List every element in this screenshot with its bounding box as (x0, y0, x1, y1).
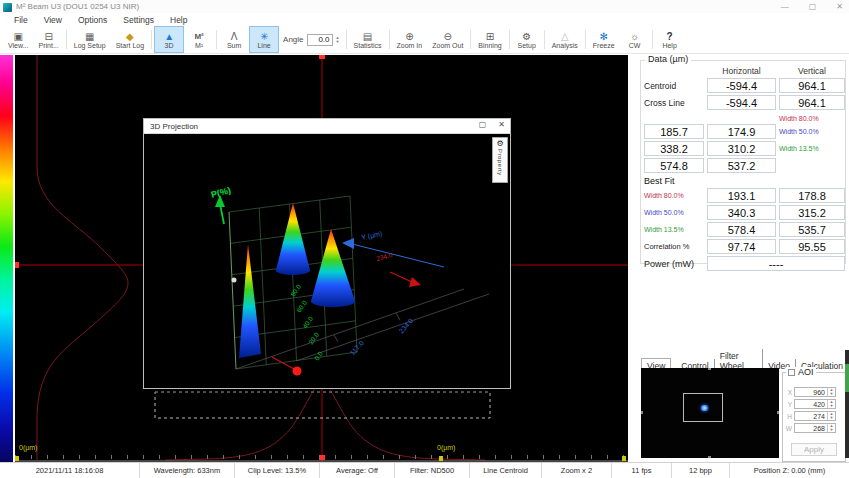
statistics-icon: ▤ (363, 31, 372, 42)
x-axis-red-tick: 234.0 (375, 251, 393, 262)
camera-preview[interactable] (641, 368, 779, 458)
status-datetime: 2021/11/11 18:16:08 (0, 463, 140, 478)
aoi-checkbox[interactable] (788, 369, 795, 376)
freeze-button[interactable]: ✻ Freeze (588, 26, 620, 53)
line-button[interactable]: ✳ Line (249, 26, 279, 53)
start-log-icon: ◆ (126, 31, 134, 42)
width-80-vertical-value: 174.9 (707, 124, 776, 139)
wall-projection-peak (239, 244, 261, 358)
origin-label-left: 0(µm) (19, 444, 37, 451)
log-setup-button[interactable]: ▦ Log Setup (69, 26, 111, 53)
angle-label: Angle (283, 35, 303, 44)
menu-view[interactable]: View (36, 15, 70, 25)
view-button[interactable]: ▣ View... (3, 26, 34, 53)
right-scrollbar[interactable] (845, 350, 849, 458)
status-wavelength: Wavelength: 633nm (140, 463, 235, 478)
print-button[interactable]: ⊟ Print... (34, 26, 64, 53)
data-group-title: Data (µm) (645, 54, 691, 64)
sum-button[interactable]: Λ Sum (219, 26, 249, 53)
bf-width-80-vertical-value: 178.8 (779, 188, 845, 203)
projection-window: 3D Projection ▢ ✕ (143, 118, 511, 389)
col-header-vertical: Vertical (779, 66, 845, 76)
menu-file[interactable]: File (6, 15, 36, 25)
status-average: Average: Off (320, 463, 395, 478)
angle-input[interactable]: 0.0 (307, 34, 333, 46)
log-setup-icon: ▦ (85, 31, 94, 42)
aoi-h-input[interactable]: 274 ▲▼ (794, 411, 836, 421)
crosshair-top-marker[interactable] (319, 55, 325, 59)
binning-button[interactable]: ⊞ Binning (473, 26, 506, 53)
preview-aoi-rect[interactable] (683, 393, 723, 422)
3d-icon: ▲ (164, 31, 174, 42)
cw-icon: ☼ (630, 31, 639, 42)
row-label-cross-line: Cross Line (644, 98, 704, 108)
m2-button[interactable]: M² M² (184, 26, 214, 53)
close-button[interactable]: ✕ (836, 2, 843, 11)
zoom-out-icon: ⊖ (444, 31, 452, 42)
aoi-h-stepper[interactable]: ▲▼ (827, 412, 835, 420)
svg-text:60.0: 60.0 (295, 299, 308, 314)
projection-title: 3D Projection (150, 122, 198, 131)
bf-width-13-vertical-value: 535.7 (779, 222, 845, 237)
aoi-x-stepper[interactable]: ▲▼ (827, 388, 835, 396)
menu-options[interactable]: Options (70, 15, 115, 25)
ruler-end-marker (622, 456, 626, 461)
status-bar: 2021/11/11 18:16:08 Wavelength: 633nm Cl… (0, 462, 849, 478)
property-tab[interactable]: ⚙ Property (492, 137, 508, 183)
maximize-button[interactable]: ▢ (809, 2, 817, 11)
bf-label-width-13: Width 13.5% (644, 226, 704, 233)
setup-button[interactable]: ⚙ Setup (512, 26, 542, 53)
3d-button[interactable]: ▲ 3D (154, 26, 184, 53)
minimize-button[interactable]: — (781, 2, 789, 11)
row-label-centroid: Centroid (644, 81, 704, 91)
row-label-width-13: Width 13.5% (779, 145, 845, 152)
aoi-apply-button[interactable]: Apply (791, 443, 837, 456)
row-label-correlation: Correlation % (644, 242, 704, 251)
projection-maximize-button[interactable]: ▢ (479, 120, 487, 129)
width-13-vertical-value: 537.2 (707, 158, 776, 173)
bf-width-13-horizontal-value: 578.4 (707, 222, 776, 237)
aoi-w-stepper[interactable]: ▲▼ (827, 424, 835, 432)
bf-label-width-80: Width 80.0% (644, 192, 704, 199)
status-position-z: Position Z: 0.00 (mm) (730, 463, 849, 478)
y-axis-label: Y (µm) (361, 230, 383, 242)
menu-help[interactable]: Help (162, 15, 195, 25)
svg-text:20.0: 20.0 (307, 331, 320, 346)
x-axis-line (390, 272, 412, 282)
status-fps: 11 fps (612, 463, 672, 478)
svg-text:80.0: 80.0 (289, 283, 302, 298)
projection-3d-scene[interactable]: P(%) 80.0 60.0 40.0 20.0 0.0 Y (µm) 234.… (144, 134, 510, 388)
zoom-out-button[interactable]: ⊖ Zoom Out (427, 26, 468, 53)
status-filter: Filter: ND500 (395, 463, 470, 478)
aoi-h-label: H (785, 413, 792, 420)
right-scrollbar-thumb[interactable] (845, 364, 849, 392)
help-button[interactable]: ? Help (655, 26, 685, 53)
crosshair-left-marker[interactable] (15, 262, 19, 268)
freeze-icon: ✻ (599, 31, 607, 42)
aoi-w-input[interactable]: 268 ▲▼ (794, 423, 836, 433)
menu-settings[interactable]: Settings (115, 15, 162, 25)
print-icon: ⊟ (44, 31, 52, 42)
binning-icon: ⊞ (486, 31, 494, 42)
axis-handle-dot[interactable] (232, 278, 237, 283)
aoi-x-label: X (785, 389, 792, 396)
m2-icon: M² (194, 31, 203, 42)
title-bar: M² Beam U3 (DOU1 0254 U3 NIR) — ▢ ✕ (0, 0, 849, 13)
origin-marker-dot[interactable] (293, 367, 302, 376)
angle-stepper[interactable]: ▲▼ (336, 36, 340, 44)
beam-peak-back (276, 203, 310, 275)
cross-line-horizontal-value: -594.4 (707, 95, 776, 110)
start-log-button[interactable]: ◆ Start Log (111, 26, 149, 53)
cw-button[interactable]: ☼ CW (620, 26, 650, 53)
statistics-button[interactable]: ▤ Statistics (349, 26, 387, 53)
aoi-y-input[interactable]: 420 ▲▼ (794, 399, 836, 409)
zoom-in-icon: ⊕ (405, 31, 413, 42)
aoi-x-input[interactable]: 960 ▲▼ (794, 387, 836, 397)
best-fit-title: Best Fit (644, 176, 845, 186)
aoi-y-stepper[interactable]: ▲▼ (827, 400, 835, 408)
projection-title-bar[interactable]: 3D Projection ▢ ✕ (144, 119, 510, 134)
origin-label-bottom: 0(µm) (437, 444, 455, 451)
analysis-button[interactable]: △ Analysis (547, 26, 583, 53)
zoom-in-button[interactable]: ⊕ Zoom In (392, 26, 428, 53)
projection-close-button[interactable]: ✕ (498, 120, 505, 129)
